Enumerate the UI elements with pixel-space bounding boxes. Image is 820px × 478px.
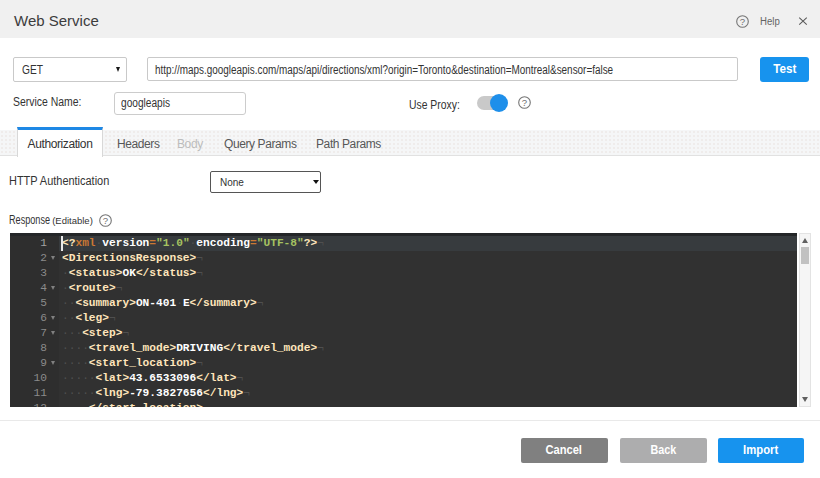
svg-text:?: ? [522, 97, 527, 108]
svg-text:?: ? [103, 215, 108, 226]
svg-text:?: ? [740, 16, 745, 27]
